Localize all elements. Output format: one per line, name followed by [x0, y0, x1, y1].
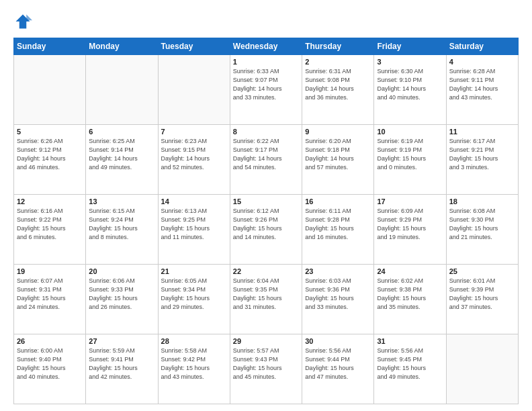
calendar-day-cell — [446, 334, 518, 404]
day-info: Sunrise: 6:11 AM Sunset: 9:28 PM Dayligh… — [305, 207, 371, 242]
calendar-day-cell: 28Sunrise: 5:58 AM Sunset: 9:42 PM Dayli… — [158, 334, 230, 404]
day-info: Sunrise: 6:02 AM Sunset: 9:38 PM Dayligh… — [377, 277, 443, 312]
day-number: 8 — [233, 128, 299, 136]
day-info: Sunrise: 6:22 AM Sunset: 9:17 PM Dayligh… — [233, 137, 299, 172]
calendar-day-cell: 8Sunrise: 6:22 AM Sunset: 9:17 PM Daylig… — [230, 125, 302, 195]
day-number: 25 — [449, 267, 515, 275]
day-number: 30 — [305, 337, 371, 345]
calendar-day-cell: 10Sunrise: 6:19 AM Sunset: 9:19 PM Dayli… — [374, 125, 446, 195]
day-info: Sunrise: 6:16 AM Sunset: 9:22 PM Dayligh… — [17, 207, 83, 242]
day-number: 10 — [377, 128, 443, 136]
day-number: 3 — [377, 58, 443, 66]
calendar-day-cell: 4Sunrise: 6:28 AM Sunset: 9:11 PM Daylig… — [446, 55, 518, 125]
day-number: 28 — [161, 337, 227, 345]
day-of-week-header: Tuesday — [158, 38, 230, 55]
day-info: Sunrise: 5:56 AM Sunset: 9:45 PM Dayligh… — [377, 347, 443, 381]
day-of-week-header: Friday — [374, 38, 446, 55]
calendar-day-cell: 13Sunrise: 6:15 AM Sunset: 9:24 PM Dayli… — [86, 195, 158, 265]
day-info: Sunrise: 6:15 AM Sunset: 9:24 PM Dayligh… — [89, 207, 154, 242]
day-info: Sunrise: 6:04 AM Sunset: 9:35 PM Dayligh… — [233, 277, 299, 312]
calendar-day-cell: 18Sunrise: 6:08 AM Sunset: 9:30 PM Dayli… — [446, 195, 518, 265]
calendar-day-cell: 25Sunrise: 6:01 AM Sunset: 9:39 PM Dayli… — [446, 265, 518, 334]
header — [13, 12, 519, 31]
logo — [13, 12, 35, 31]
calendar-week-row: 1Sunrise: 6:33 AM Sunset: 9:07 PM Daylig… — [14, 55, 519, 125]
day-number: 31 — [377, 337, 443, 345]
day-info: Sunrise: 6:13 AM Sunset: 9:25 PM Dayligh… — [161, 207, 227, 242]
day-info: Sunrise: 6:25 AM Sunset: 9:14 PM Dayligh… — [89, 137, 154, 172]
day-info: Sunrise: 5:59 AM Sunset: 9:41 PM Dayligh… — [89, 347, 154, 381]
day-info: Sunrise: 5:57 AM Sunset: 9:43 PM Dayligh… — [233, 347, 299, 381]
calendar-header-row: SundayMondayTuesdayWednesdayThursdayFrid… — [14, 38, 519, 55]
day-number: 19 — [17, 267, 83, 275]
calendar-day-cell: 3Sunrise: 6:30 AM Sunset: 9:10 PM Daylig… — [374, 55, 446, 125]
day-number: 6 — [89, 128, 154, 136]
day-number: 7 — [161, 128, 227, 136]
day-number: 12 — [17, 197, 83, 205]
day-info: Sunrise: 6:07 AM Sunset: 9:31 PM Dayligh… — [17, 277, 83, 312]
day-info: Sunrise: 6:33 AM Sunset: 9:07 PM Dayligh… — [233, 67, 299, 102]
calendar-day-cell — [86, 55, 158, 125]
day-info: Sunrise: 6:17 AM Sunset: 9:21 PM Dayligh… — [449, 137, 515, 172]
calendar-day-cell: 1Sunrise: 6:33 AM Sunset: 9:07 PM Daylig… — [230, 55, 302, 125]
calendar-day-cell: 19Sunrise: 6:07 AM Sunset: 9:31 PM Dayli… — [14, 265, 86, 334]
calendar-day-cell: 2Sunrise: 6:31 AM Sunset: 9:08 PM Daylig… — [302, 55, 374, 125]
calendar-day-cell: 20Sunrise: 6:06 AM Sunset: 9:33 PM Dayli… — [86, 265, 158, 334]
calendar-day-cell: 11Sunrise: 6:17 AM Sunset: 9:21 PM Dayli… — [446, 125, 518, 195]
day-info: Sunrise: 6:31 AM Sunset: 9:08 PM Dayligh… — [305, 67, 371, 102]
calendar-week-row: 5Sunrise: 6:26 AM Sunset: 9:12 PM Daylig… — [14, 125, 519, 195]
day-number: 23 — [305, 267, 371, 275]
day-number: 18 — [449, 197, 515, 205]
calendar-day-cell: 6Sunrise: 6:25 AM Sunset: 9:14 PM Daylig… — [86, 125, 158, 195]
calendar-day-cell: 16Sunrise: 6:11 AM Sunset: 9:28 PM Dayli… — [302, 195, 374, 265]
calendar-week-row: 26Sunrise: 6:00 AM Sunset: 9:40 PM Dayli… — [14, 334, 519, 404]
day-number: 15 — [233, 197, 299, 205]
page: SundayMondayTuesdayWednesdayThursdayFrid… — [0, 0, 532, 411]
day-number: 21 — [161, 267, 227, 275]
day-info: Sunrise: 6:06 AM Sunset: 9:33 PM Dayligh… — [89, 277, 154, 312]
calendar-day-cell: 14Sunrise: 6:13 AM Sunset: 9:25 PM Dayli… — [158, 195, 230, 265]
day-of-week-header: Thursday — [302, 38, 374, 55]
calendar-day-cell: 26Sunrise: 6:00 AM Sunset: 9:40 PM Dayli… — [14, 334, 86, 404]
day-info: Sunrise: 6:23 AM Sunset: 9:15 PM Dayligh… — [161, 137, 227, 172]
calendar: SundayMondayTuesdayWednesdayThursdayFrid… — [13, 38, 519, 404]
day-info: Sunrise: 6:20 AM Sunset: 9:18 PM Dayligh… — [305, 137, 371, 172]
calendar-day-cell: 27Sunrise: 5:59 AM Sunset: 9:41 PM Dayli… — [86, 334, 158, 404]
day-number: 14 — [161, 197, 227, 205]
calendar-week-row: 12Sunrise: 6:16 AM Sunset: 9:22 PM Dayli… — [14, 195, 519, 265]
day-number: 20 — [89, 267, 154, 275]
calendar-day-cell: 5Sunrise: 6:26 AM Sunset: 9:12 PM Daylig… — [14, 125, 86, 195]
calendar-day-cell: 7Sunrise: 6:23 AM Sunset: 9:15 PM Daylig… — [158, 125, 230, 195]
svg-marker-1 — [26, 15, 32, 21]
calendar-day-cell: 9Sunrise: 6:20 AM Sunset: 9:18 PM Daylig… — [302, 125, 374, 195]
day-info: Sunrise: 6:09 AM Sunset: 9:29 PM Dayligh… — [377, 207, 443, 242]
calendar-day-cell: 17Sunrise: 6:09 AM Sunset: 9:29 PM Dayli… — [374, 195, 446, 265]
day-info: Sunrise: 6:03 AM Sunset: 9:36 PM Dayligh… — [305, 277, 371, 312]
day-number: 1 — [233, 58, 299, 66]
day-number: 2 — [305, 58, 371, 66]
day-number: 4 — [449, 58, 515, 66]
day-number: 26 — [17, 337, 83, 345]
day-info: Sunrise: 6:05 AM Sunset: 9:34 PM Dayligh… — [161, 277, 227, 312]
calendar-day-cell: 24Sunrise: 6:02 AM Sunset: 9:38 PM Dayli… — [374, 265, 446, 334]
calendar-day-cell: 12Sunrise: 6:16 AM Sunset: 9:22 PM Dayli… — [14, 195, 86, 265]
day-info: Sunrise: 5:58 AM Sunset: 9:42 PM Dayligh… — [161, 347, 227, 381]
calendar-day-cell: 21Sunrise: 6:05 AM Sunset: 9:34 PM Dayli… — [158, 265, 230, 334]
day-info: Sunrise: 6:00 AM Sunset: 9:40 PM Dayligh… — [17, 347, 83, 381]
day-info: Sunrise: 6:19 AM Sunset: 9:19 PM Dayligh… — [377, 137, 443, 172]
day-info: Sunrise: 6:26 AM Sunset: 9:12 PM Dayligh… — [17, 137, 83, 172]
day-number: 17 — [377, 197, 443, 205]
day-info: Sunrise: 6:12 AM Sunset: 9:26 PM Dayligh… — [233, 207, 299, 242]
calendar-day-cell: 29Sunrise: 5:57 AM Sunset: 9:43 PM Dayli… — [230, 334, 302, 404]
day-of-week-header: Sunday — [14, 38, 86, 55]
day-info: Sunrise: 6:28 AM Sunset: 9:11 PM Dayligh… — [449, 67, 515, 102]
calendar-day-cell — [158, 55, 230, 125]
day-info: Sunrise: 6:30 AM Sunset: 9:10 PM Dayligh… — [377, 67, 443, 102]
calendar-day-cell: 15Sunrise: 6:12 AM Sunset: 9:26 PM Dayli… — [230, 195, 302, 265]
day-number: 13 — [89, 197, 154, 205]
day-of-week-header: Wednesday — [230, 38, 302, 55]
day-number: 24 — [377, 267, 443, 275]
calendar-day-cell: 23Sunrise: 6:03 AM Sunset: 9:36 PM Dayli… — [302, 265, 374, 334]
calendar-day-cell — [14, 55, 86, 125]
day-of-week-header: Saturday — [446, 38, 518, 55]
